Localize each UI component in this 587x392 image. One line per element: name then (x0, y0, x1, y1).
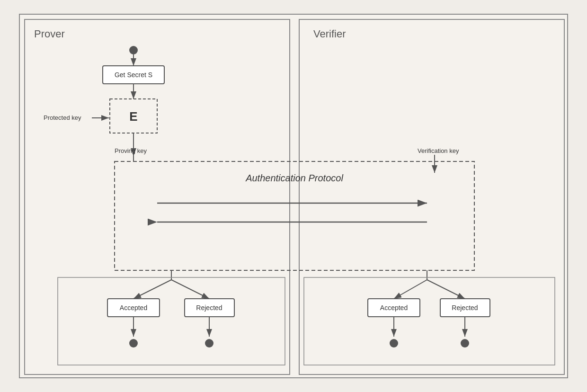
svg-text:Rejected: Rejected (452, 304, 478, 312)
svg-text:Protected key: Protected key (44, 114, 81, 121)
svg-rect-28 (185, 299, 234, 317)
svg-text:Verification key: Verification key (418, 147, 459, 154)
svg-text:E: E (129, 109, 137, 124)
svg-text:Proving key: Proving key (115, 147, 147, 154)
svg-text:Get Secret S: Get Secret S (115, 71, 152, 79)
svg-rect-19 (115, 161, 474, 270)
svg-rect-11 (110, 99, 157, 133)
svg-text:Rejected: Rejected (196, 304, 222, 312)
svg-text:Accepted: Accepted (120, 304, 147, 312)
diagram-svg: Prover Verifier Get Secret S E Protected… (20, 15, 569, 379)
svg-point-6 (129, 46, 138, 54)
diagram-wrapper: Prover Verifier Get Secret S E Protected… (19, 14, 568, 378)
svg-rect-48 (304, 277, 555, 365)
svg-rect-49 (58, 277, 285, 365)
svg-text:Verifier: Verifier (313, 28, 346, 40)
svg-text:Prover: Prover (34, 28, 65, 40)
svg-rect-2 (25, 19, 290, 374)
svg-line-25 (171, 280, 209, 299)
svg-rect-39 (440, 299, 490, 317)
svg-point-33 (205, 339, 213, 347)
svg-rect-26 (107, 299, 160, 317)
svg-rect-3 (299, 19, 564, 374)
svg-line-35 (394, 280, 427, 299)
svg-rect-37 (368, 299, 420, 317)
svg-point-31 (129, 339, 138, 347)
svg-line-24 (133, 280, 171, 299)
svg-line-36 (427, 280, 465, 299)
svg-text:Authentication Protocol: Authentication Protocol (245, 173, 343, 183)
svg-point-44 (461, 339, 469, 347)
svg-rect-8 (103, 66, 164, 84)
svg-point-42 (390, 339, 398, 347)
svg-text:Accepted: Accepted (380, 304, 408, 312)
